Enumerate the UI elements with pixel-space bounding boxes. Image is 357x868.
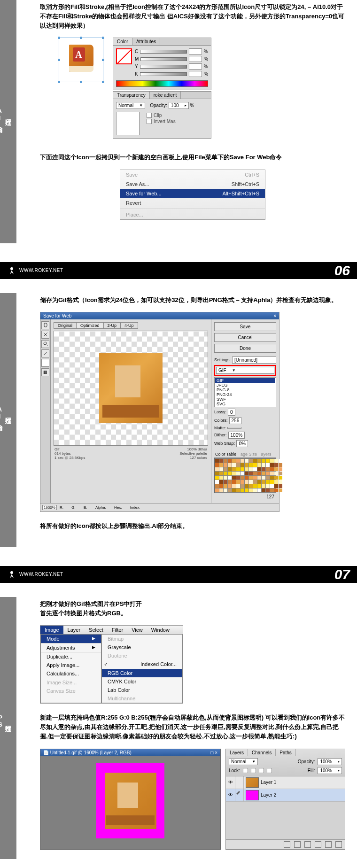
visibility-icon[interactable]: 👁: [226, 776, 235, 789]
new-folder-icon[interactable]: [304, 841, 311, 848]
mode-multichannel[interactable]: Multichannel: [102, 694, 182, 703]
tab-4up[interactable]: 4-Up: [120, 322, 138, 329]
format-option[interactable]: SVG: [215, 402, 275, 406]
tab-paths[interactable]: Paths: [276, 749, 296, 756]
menu-view[interactable]: View: [127, 626, 147, 634]
blend-mode-select[interactable]: Normal▼: [116, 102, 145, 109]
window-controls-icon[interactable]: □ ×: [210, 750, 217, 755]
mode-indexed[interactable]: ✓ Indexed Color...: [102, 660, 182, 669]
tab-attributes[interactable]: Attributes: [132, 38, 160, 45]
m-input[interactable]: [189, 56, 202, 62]
format-option[interactable]: JPEG: [215, 383, 275, 388]
y-input[interactable]: [189, 63, 202, 70]
layers-tab[interactable]: ayers: [261, 452, 271, 457]
k-input[interactable]: [189, 71, 202, 77]
save-button[interactable]: Save: [214, 322, 276, 331]
lock-position-icon[interactable]: [259, 768, 264, 773]
tab-color[interactable]: Color: [113, 38, 132, 45]
selected-artwork[interactable]: A: [59, 38, 103, 82]
menu-place[interactable]: Place...: [120, 210, 265, 219]
preview-canvas[interactable]: [54, 331, 208, 446]
tab-transparency[interactable]: Transparency: [113, 92, 150, 99]
slice-visibility-icon[interactable]: ▦: [41, 368, 49, 376]
c-slider[interactable]: [140, 50, 187, 54]
visibility-icon[interactable]: 👁: [226, 789, 235, 801]
menu-mode[interactable]: Mode▶: [41, 635, 101, 643]
menu-select[interactable]: Select: [85, 626, 108, 634]
menu-canvas-size[interactable]: Canvas Size: [41, 687, 101, 695]
k-slider[interactable]: [140, 72, 187, 76]
format-option[interactable]: PNG-24: [215, 392, 275, 397]
menu-save-as[interactable]: Save As...Shift+Ctrl+S: [120, 179, 265, 189]
blend-mode-select[interactable]: Normal▼: [229, 758, 258, 765]
lock-all-icon[interactable]: [267, 768, 272, 773]
layer-thumbnail[interactable]: [246, 777, 259, 788]
menu-revert[interactable]: Revert: [120, 198, 265, 208]
menu-duplicate[interactable]: Duplicate...: [41, 652, 101, 661]
tab-original[interactable]: Original: [54, 322, 77, 329]
y-slider[interactable]: [140, 65, 187, 69]
layer-name[interactable]: Layer 1: [261, 780, 276, 785]
menu-image-size[interactable]: Image Size...: [41, 678, 101, 687]
mode-duotone[interactable]: Duotone: [102, 651, 182, 660]
format-option[interactable]: SWF: [215, 397, 275, 402]
clip-checkbox[interactable]: [147, 113, 152, 118]
cancel-button[interactable]: Cancel: [214, 333, 276, 342]
layer-thumbnail[interactable]: [246, 790, 259, 800]
menu-apply-image[interactable]: Apply Image...: [41, 661, 101, 669]
link-cell[interactable]: [235, 789, 244, 801]
settings-select[interactable]: [Unnamed]: [232, 356, 276, 364]
menu-calculations[interactable]: Calculations...: [41, 669, 101, 678]
tab-2up[interactable]: 2-Up: [103, 322, 121, 329]
m-slider[interactable]: [140, 57, 187, 61]
close-icon[interactable]: ×: [273, 313, 276, 318]
layer-mask-icon[interactable]: [294, 841, 301, 848]
colors-input[interactable]: 256: [229, 417, 242, 424]
menu-save[interactable]: SaveCtrl+S: [120, 170, 265, 179]
layer-style-icon[interactable]: [284, 841, 290, 848]
menu-layer[interactable]: Layer: [63, 626, 85, 634]
opacity-input[interactable]: 100%▸: [318, 758, 342, 765]
menu-save-for-web[interactable]: Save for Web...Alt+Shift+Ctrl+S: [120, 189, 265, 198]
mode-grayscale[interactable]: Grayscale: [102, 643, 182, 651]
format-dropdown[interactable]: GIF▼: [216, 367, 274, 374]
doc-canvas[interactable]: [40, 756, 220, 845]
format-option[interactable]: GIF: [215, 378, 275, 383]
slice-tool-icon[interactable]: [41, 331, 49, 339]
websnap-input[interactable]: 0%: [236, 440, 248, 447]
lock-pixels-icon[interactable]: [251, 768, 256, 773]
link-cell[interactable]: [235, 776, 244, 789]
delete-layer-icon[interactable]: [335, 841, 342, 848]
lock-transparency-icon[interactable]: [243, 768, 248, 773]
color-swatch[interactable]: [41, 359, 49, 367]
tab-layers[interactable]: Layers: [226, 749, 248, 756]
mode-lab[interactable]: Lab Color: [102, 686, 182, 694]
color-table-tab[interactable]: Color Table: [215, 452, 236, 457]
invert-checkbox[interactable]: [147, 119, 152, 124]
mode-rgb[interactable]: RGB Color: [102, 669, 182, 677]
zoom-field[interactable]: 1600%: [42, 505, 57, 510]
none-swatch-icon[interactable]: [116, 48, 132, 64]
hand-tool-icon[interactable]: [41, 321, 49, 329]
new-layer-icon[interactable]: [325, 841, 332, 848]
eyedropper-tool-icon[interactable]: [41, 349, 49, 357]
format-option[interactable]: PNG-8: [215, 388, 275, 392]
image-size-tab[interactable]: age Size: [241, 452, 257, 457]
mode-cmyk[interactable]: CMYK Color: [102, 677, 182, 686]
layer-row[interactable]: 👁 Layer 1: [226, 776, 345, 789]
menu-image[interactable]: Image: [40, 626, 63, 634]
mode-bitmap[interactable]: Bitmap: [102, 635, 182, 643]
layer-name[interactable]: Layer 2: [261, 792, 276, 798]
tab-optimized[interactable]: Optimized: [76, 322, 104, 329]
color-table-grid[interactable]: [214, 458, 276, 493]
tab-channels[interactable]: Channels: [248, 749, 276, 756]
lossy-input[interactable]: 0: [228, 409, 235, 416]
opacity-input[interactable]: 100▸: [169, 102, 189, 109]
menu-window[interactable]: Window: [147, 626, 174, 634]
matte-input[interactable]: [227, 427, 241, 429]
tab-gradient[interactable]: roke adient: [150, 92, 181, 99]
c-input[interactable]: [189, 48, 202, 54]
fill-input[interactable]: 100%▸: [318, 767, 342, 774]
zoom-tool-icon[interactable]: [41, 340, 49, 348]
layer-row[interactable]: 👁 Layer 2: [226, 789, 345, 802]
